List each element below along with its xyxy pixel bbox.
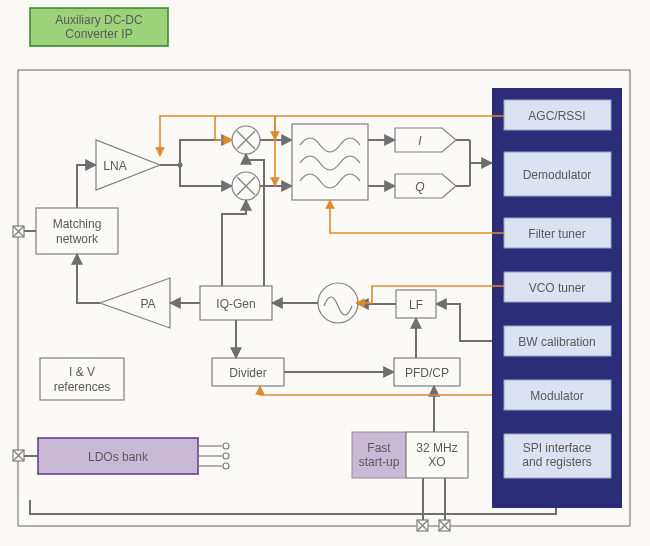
side-ftune-label: Filter tuner: [528, 227, 585, 241]
svg-point-44: [223, 443, 229, 449]
xo-block: 32 MHz XO: [406, 432, 468, 478]
mixer-q-icon: [232, 172, 260, 200]
side-spi: SPI interface and registers: [504, 434, 611, 478]
svg-text:references: references: [54, 380, 111, 394]
iqgen-label: IQ-Gen: [216, 297, 255, 311]
side-demod-label: Demodulator: [523, 168, 592, 182]
power-port-icon: [13, 450, 24, 461]
i-driver: I: [395, 128, 456, 152]
side-mod-label: Modulator: [530, 389, 583, 403]
iv-references: I & V references: [40, 358, 124, 400]
title-line1: Auxiliary DC-DC: [55, 13, 143, 27]
ldos-label: LDOs bank: [88, 450, 149, 464]
side-demod: Demodulator: [504, 152, 611, 196]
side-agc: AGC/RSSI: [504, 100, 611, 130]
svg-point-48: [223, 463, 229, 469]
matching-label: Matching: [53, 217, 102, 231]
side-vtune: VCO tuner: [504, 272, 611, 302]
antenna-port-icon: [13, 226, 24, 237]
title-block: Auxiliary DC-DC Converter IP: [30, 8, 168, 46]
svg-text:network: network: [56, 232, 99, 246]
pfd-cp: PFD/CP: [394, 358, 460, 386]
svg-text:Converter IP: Converter IP: [65, 27, 132, 41]
mixer-i-icon: [232, 126, 260, 154]
divider: Divider: [212, 358, 284, 386]
lna-label: LNA: [103, 159, 126, 173]
q-driver: Q: [395, 174, 456, 198]
xo-port2-icon: [439, 520, 450, 531]
matching-network: Matching network: [36, 208, 118, 254]
side-agc-label: AGC/RSSI: [528, 109, 585, 123]
svg-text:and registers: and registers: [522, 455, 591, 469]
side-mod: Modulator: [504, 380, 611, 410]
side-spi-label: SPI interface: [523, 441, 592, 455]
lf-label: LF: [409, 298, 423, 312]
xo-label: 32 MHz: [416, 441, 457, 455]
svg-text:XO: XO: [428, 455, 445, 469]
side-bwcal: BW calibration: [504, 326, 611, 356]
fast-label: Fast: [367, 441, 391, 455]
xo-port1-icon: [417, 520, 428, 531]
divider-label: Divider: [229, 366, 266, 380]
fast-startup: Fast start-up: [352, 432, 406, 478]
pfdcp-label: PFD/CP: [405, 366, 449, 380]
side-vtune-label: VCO tuner: [529, 281, 586, 295]
svg-point-46: [223, 453, 229, 459]
pa-label: PA: [140, 297, 155, 311]
iq-gen: IQ-Gen: [200, 286, 272, 320]
ldos-bank: LDOs bank: [38, 438, 198, 474]
filter-icon: [292, 124, 368, 200]
svg-point-35: [318, 283, 358, 323]
q-label: Q: [415, 180, 424, 194]
svg-text:start-up: start-up: [359, 455, 400, 469]
iv-label: I & V: [69, 365, 95, 379]
side-bwcal-label: BW calibration: [518, 335, 595, 349]
side-ftune: Filter tuner: [504, 218, 611, 248]
svg-rect-22: [36, 208, 118, 254]
lf: LF: [396, 290, 436, 318]
vco-icon: [318, 283, 358, 323]
